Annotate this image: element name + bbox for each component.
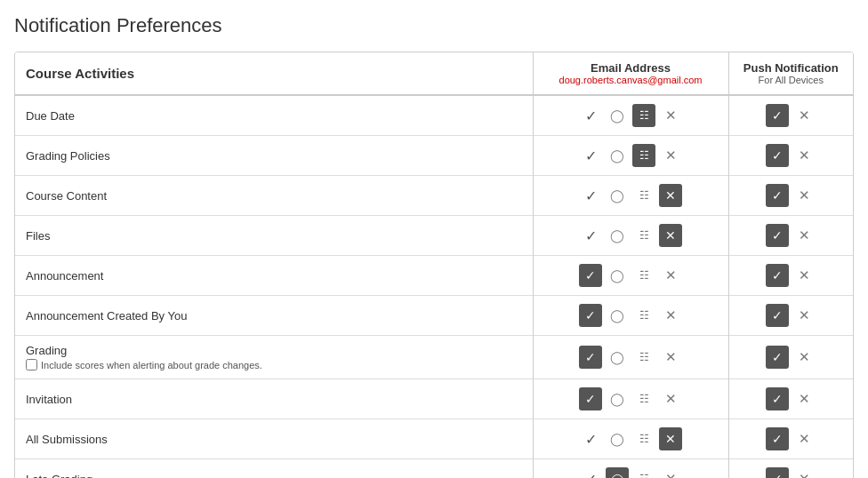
push-ctrl-group: ✓✕ bbox=[766, 264, 816, 287]
x-icon-btn[interactable]: ✕ bbox=[792, 346, 816, 369]
clock-icon-btn[interactable]: ◯ bbox=[606, 264, 629, 287]
row-label: Files bbox=[26, 229, 522, 243]
clock-icon-btn[interactable]: ◯ bbox=[606, 184, 629, 207]
calendar-icon-btn[interactable]: ☷ bbox=[632, 427, 655, 450]
row-label-cell: Grading Policies bbox=[15, 136, 533, 176]
check-icon-btn[interactable]: ✓ bbox=[766, 104, 789, 127]
push-col-label: Push Notification bbox=[743, 61, 839, 75]
notification-table: Course Activities Email Address doug.rob… bbox=[14, 52, 854, 478]
x-icon-btn[interactable]: ✕ bbox=[792, 427, 816, 450]
row-label: Invitation bbox=[26, 393, 522, 406]
email-ctrl-group: ✓◯☷✕ bbox=[579, 144, 682, 167]
x-icon-btn[interactable]: ✕ bbox=[659, 427, 682, 450]
calendar-icon-btn[interactable]: ☷ bbox=[632, 346, 655, 369]
table-row: Due Date✓◯☷✕✓✕ bbox=[15, 95, 853, 136]
email-ctrl-group: ✓◯☷✕ bbox=[579, 264, 682, 287]
sublabel-checkbox-label[interactable]: Include scores when alerting about grade… bbox=[26, 359, 522, 370]
x-icon-btn[interactable]: ✕ bbox=[659, 104, 682, 127]
email-ctrl-group: ✓◯☷✕ bbox=[579, 387, 682, 410]
page-title: Notification Preferences bbox=[14, 14, 854, 37]
check-icon-btn[interactable]: ✓ bbox=[579, 104, 602, 127]
push-ctrl-group: ✓✕ bbox=[766, 144, 816, 167]
row-label-cell: Announcement Created By You bbox=[15, 296, 533, 336]
check-icon-btn[interactable]: ✓ bbox=[766, 387, 789, 410]
push-controls-cell: ✓✕ bbox=[728, 136, 853, 176]
check-icon-btn[interactable]: ✓ bbox=[766, 184, 789, 207]
col-header-activities: Course Activities bbox=[15, 52, 533, 95]
row-label-cell: Files bbox=[15, 216, 533, 256]
push-ctrl-group: ✓✕ bbox=[766, 104, 816, 127]
check-icon-btn[interactable]: ✓ bbox=[579, 387, 602, 410]
row-label: Grading bbox=[26, 344, 522, 357]
row-label: Announcement bbox=[26, 269, 522, 283]
email-controls-cell: ✓◯☷✕ bbox=[533, 379, 728, 419]
clock-icon-btn[interactable]: ◯ bbox=[606, 104, 629, 127]
calendar-icon-btn[interactable]: ☷ bbox=[632, 304, 655, 327]
x-icon-btn[interactable]: ✕ bbox=[792, 224, 816, 247]
clock-icon-btn[interactable]: ◯ bbox=[606, 467, 629, 478]
check-icon-btn[interactable]: ✓ bbox=[766, 144, 789, 167]
row-label-cell: Late Grading bbox=[15, 459, 533, 479]
x-icon-btn[interactable]: ✕ bbox=[659, 346, 682, 369]
check-icon-btn[interactable]: ✓ bbox=[579, 184, 602, 207]
check-icon-btn[interactable]: ✓ bbox=[766, 304, 789, 327]
check-icon-btn[interactable]: ✓ bbox=[579, 467, 602, 478]
row-label-cell: Announcement bbox=[15, 256, 533, 296]
check-icon-btn[interactable]: ✓ bbox=[766, 224, 789, 247]
calendar-icon-btn[interactable]: ☷ bbox=[632, 104, 655, 127]
include-scores-checkbox[interactable] bbox=[26, 359, 37, 370]
x-icon-btn[interactable]: ✕ bbox=[659, 467, 682, 478]
x-icon-btn[interactable]: ✕ bbox=[659, 184, 682, 207]
check-icon-btn[interactable]: ✓ bbox=[766, 264, 789, 287]
email-ctrl-group: ✓◯☷✕ bbox=[579, 467, 682, 478]
email-ctrl-group: ✓◯☷✕ bbox=[579, 184, 682, 207]
check-icon-btn[interactable]: ✓ bbox=[579, 427, 602, 450]
calendar-icon-btn[interactable]: ☷ bbox=[632, 184, 655, 207]
calendar-icon-btn[interactable]: ☷ bbox=[632, 467, 655, 478]
clock-icon-btn[interactable]: ◯ bbox=[606, 224, 629, 247]
table-row: Files✓◯☷✕✓✕ bbox=[15, 216, 853, 256]
calendar-icon-btn[interactable]: ☷ bbox=[632, 144, 655, 167]
table-row: Invitation✓◯☷✕✓✕ bbox=[15, 379, 853, 419]
push-controls-cell: ✓✕ bbox=[728, 176, 853, 216]
check-icon-btn[interactable]: ✓ bbox=[579, 304, 602, 327]
x-icon-btn[interactable]: ✕ bbox=[659, 304, 682, 327]
check-icon-btn[interactable]: ✓ bbox=[766, 427, 789, 450]
x-icon-btn[interactable]: ✕ bbox=[792, 144, 816, 167]
push-controls-cell: ✓✕ bbox=[728, 336, 853, 379]
clock-icon-btn[interactable]: ◯ bbox=[606, 304, 629, 327]
check-icon-btn[interactable]: ✓ bbox=[579, 144, 602, 167]
check-icon-btn[interactable]: ✓ bbox=[766, 346, 789, 369]
email-ctrl-group: ✓◯☷✕ bbox=[579, 346, 682, 369]
table-row: Course Content✓◯☷✕✓✕ bbox=[15, 176, 853, 216]
x-icon-btn[interactable]: ✕ bbox=[659, 144, 682, 167]
email-controls-cell: ✓◯☷✕ bbox=[533, 419, 728, 459]
x-icon-btn[interactable]: ✕ bbox=[792, 184, 816, 207]
col-header-email: Email Address doug.roberts.canvas@gmail.… bbox=[533, 52, 728, 95]
check-icon-btn[interactable]: ✓ bbox=[766, 467, 789, 478]
x-icon-btn[interactable]: ✕ bbox=[792, 264, 816, 287]
check-icon-btn[interactable]: ✓ bbox=[579, 224, 602, 247]
row-label: Announcement Created By You bbox=[26, 309, 522, 323]
calendar-icon-btn[interactable]: ☷ bbox=[632, 264, 655, 287]
clock-icon-btn[interactable]: ◯ bbox=[606, 346, 629, 369]
x-icon-btn[interactable]: ✕ bbox=[792, 104, 816, 127]
table-row: Grading Policies✓◯☷✕✓✕ bbox=[15, 136, 853, 176]
check-icon-btn[interactable]: ✓ bbox=[579, 346, 602, 369]
table-row: Late Grading✓◯☷✕✓✕ bbox=[15, 459, 853, 479]
x-icon-btn[interactable]: ✕ bbox=[792, 304, 816, 327]
col-activities-label: Course Activities bbox=[26, 66, 134, 81]
x-icon-btn[interactable]: ✕ bbox=[659, 387, 682, 410]
email-col-label: Email Address bbox=[591, 61, 671, 75]
clock-icon-btn[interactable]: ◯ bbox=[606, 427, 629, 450]
clock-icon-btn[interactable]: ◯ bbox=[606, 144, 629, 167]
x-icon-btn[interactable]: ✕ bbox=[659, 264, 682, 287]
check-icon-btn[interactable]: ✓ bbox=[579, 264, 602, 287]
x-icon-btn[interactable]: ✕ bbox=[792, 387, 816, 410]
calendar-icon-btn[interactable]: ☷ bbox=[632, 387, 655, 410]
x-icon-btn[interactable]: ✕ bbox=[659, 224, 682, 247]
clock-icon-btn[interactable]: ◯ bbox=[606, 387, 629, 410]
calendar-icon-btn[interactable]: ☷ bbox=[632, 224, 655, 247]
x-icon-btn[interactable]: ✕ bbox=[792, 467, 816, 478]
push-ctrl-group: ✓✕ bbox=[766, 346, 816, 369]
